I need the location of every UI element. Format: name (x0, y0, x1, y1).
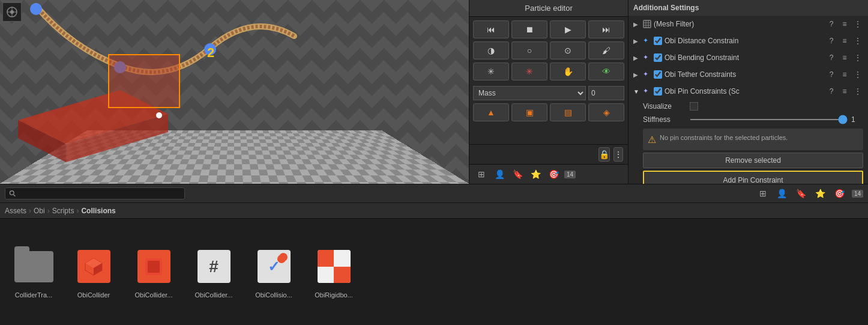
viewport[interactable]: 2 (0, 0, 469, 184)
obi-pin-arrow[interactable]: ▼ (633, 88, 640, 95)
obi-tether-arrow[interactable]: ▶ (633, 71, 640, 78)
obi-tether-settings[interactable]: ≡ (839, 69, 850, 80)
obi-bending-question[interactable]: ? (826, 52, 837, 63)
asset-label-5: ObiRigidbo... (315, 291, 353, 299)
warning-text: No pin constraints for the selected part… (660, 133, 788, 142)
mesh-filter-more[interactable]: ⋮ (852, 19, 863, 29)
mode-row: ◑ ○ ⊙ 🖌 (473, 41, 624, 59)
label-2: 2 (207, 45, 214, 61)
asset-grid: ColliderTra... ObiCollider (0, 219, 868, 325)
obi-distance-label: Obi Distance Constrain (665, 37, 824, 45)
breadcrumb-assets[interactable]: Assets (5, 207, 26, 215)
rewind-button[interactable]: ⏮ (473, 20, 509, 38)
play-button[interactable]: ▶ (550, 20, 586, 38)
orange-tool-4[interactable]: ◈ (588, 103, 624, 121)
obi-distance-settings[interactable]: ≡ (839, 35, 850, 46)
circle-button[interactable]: ○ (511, 41, 547, 59)
obi-pin-more[interactable]: ⋮ (852, 86, 863, 97)
stiffness-slider[interactable] (690, 119, 848, 120)
obi-distance-question[interactable]: ? (826, 35, 837, 46)
svg-rect-22 (148, 261, 160, 273)
particle-toolbar-btn-4[interactable]: ⭐ (528, 167, 543, 181)
hand-button[interactable]: ✋ (550, 62, 586, 80)
orange-tool-1[interactable]: ▲ (473, 103, 509, 121)
obi-distance-icon: ✦ (643, 37, 651, 45)
asset-item-1[interactable]: ObiCollider (70, 246, 118, 299)
obi-pin-row[interactable]: ▼ ✦ Obi Pin Constraints (Sc ? ≡ ⋮ (628, 83, 868, 100)
breadcrumb-collisions[interactable]: Collisions (81, 207, 115, 215)
stop-button[interactable]: ⏹ (511, 20, 547, 38)
obi-tether-row[interactable]: ▶ ✦ Obi Tether Constraints ? ≡ ⋮ (628, 66, 868, 83)
mesh-filter-settings[interactable]: ≡ (839, 19, 850, 29)
particle-toolbar-btn-2[interactable]: 👤 (492, 167, 507, 181)
obi-pin-question[interactable]: ? (826, 86, 837, 97)
square-icon (137, 250, 170, 283)
more-button[interactable]: ⋮ (613, 147, 623, 162)
half-circle-button[interactable]: ◑ (473, 41, 509, 59)
lock-button[interactable]: 🔒 (598, 147, 610, 162)
mass-input[interactable] (588, 86, 624, 100)
fast-forward-button[interactable]: ⏭ (588, 20, 624, 38)
asset-item-2[interactable]: ObiCollider... (130, 246, 178, 299)
mass-select[interactable]: Mass (473, 86, 586, 100)
split-q3 (318, 267, 334, 284)
bottom-toolbar-icon-4[interactable]: ⭐ (813, 186, 828, 201)
asset-item-5[interactable]: ObiRigidbo... (310, 246, 358, 299)
obi-bending-settings[interactable]: ≡ (839, 52, 850, 63)
particle-toolbar-btn-1[interactable]: ⊞ (474, 167, 489, 181)
obi-distance-checkbox[interactable] (654, 37, 662, 45)
obi-tether-checkbox[interactable] (654, 70, 662, 79)
svg-line-17 (14, 195, 16, 196)
visualize-color[interactable] (690, 102, 698, 111)
obi-distance-row[interactable]: ▶ ✦ Obi Distance Constrain ? ≡ ⋮ (628, 32, 868, 49)
asset-item-0[interactable]: ColliderTra... (10, 246, 58, 299)
obi-tether-question[interactable]: ? (826, 69, 837, 80)
bottom-toolbar-icon-2[interactable]: 👤 (775, 186, 789, 201)
obi-distance-more[interactable]: ⋮ (852, 35, 863, 46)
bottom-toolbar-icon-3[interactable]: 🔖 (794, 186, 809, 201)
asset-item-3[interactable]: # ObiCollider... (190, 246, 238, 299)
remove-selected-button[interactable]: Remove selected (643, 153, 863, 168)
particle-toolbar-btn-5[interactable]: 🎯 (546, 167, 561, 181)
mesh-filter-arrow[interactable]: ▶ (633, 21, 640, 28)
obi-distance-arrow[interactable]: ▶ (633, 38, 640, 44)
obi-tether-more[interactable]: ⋮ (852, 69, 863, 80)
bottom-toolbar-icon-1[interactable]: ⊞ (756, 186, 770, 201)
orange-tool-2[interactable]: ▣ (511, 103, 547, 121)
search-input[interactable] (18, 189, 181, 198)
bottom-toolbar-icon-5[interactable]: 🎯 (833, 186, 847, 201)
asset-label-4: ObiCollisio... (255, 291, 292, 299)
pin-button[interactable]: ✳ (511, 62, 547, 80)
pin-constraints-expanded: Visualize Stiffness 1 ⚠ No pin constrain… (628, 100, 868, 184)
asset-item-4[interactable]: ✓ ObiCollisio... (250, 246, 298, 299)
obi-bending-checkbox[interactable] (654, 53, 662, 62)
eye-button[interactable]: 👁 (588, 62, 624, 80)
orange-tool-3[interactable]: ▤ (550, 103, 586, 121)
mesh-filter-row[interactable]: ▶ (Mesh Filter) ? ≡ ⋮ (628, 16, 868, 32)
tool-row: ✳ ✳ ✋ 👁 (473, 62, 624, 80)
check-icon: ✓ (258, 250, 291, 283)
obi-distance-actions: ? ≡ ⋮ (826, 35, 863, 46)
breadcrumb-obi[interactable]: Obi (34, 207, 45, 215)
snowflake-button[interactable]: ✳ (473, 62, 509, 80)
inspector-panel: Additional Settings ▶ (Mesh Filter) ? ≡ … (628, 0, 868, 184)
brush-button[interactable]: 🖌 (588, 41, 624, 59)
target-button[interactable]: ⊙ (550, 41, 586, 59)
obi-bending-row[interactable]: ▶ ✦ Obi Bending Constraint ? ≡ ⋮ (628, 49, 868, 66)
obi-bending-more[interactable]: ⋮ (852, 52, 863, 63)
mesh-filter-icon (643, 20, 651, 28)
obi-bending-arrow[interactable]: ▶ (633, 55, 640, 61)
viewport-gizmo[interactable] (2, 2, 22, 22)
mesh-filter-question[interactable]: ? (826, 19, 837, 29)
obi-pin-settings[interactable]: ≡ (839, 86, 850, 97)
breadcrumb-scripts[interactable]: Scripts (52, 207, 74, 215)
obi-pin-checkbox[interactable] (654, 87, 662, 96)
obi-tether-actions: ? ≡ ⋮ (826, 69, 863, 80)
visualize-label: Visualize (643, 102, 685, 111)
playback-row: ⏮ ⏹ ▶ ⏭ (473, 20, 624, 38)
asset-icon-4: ✓ (253, 246, 295, 288)
mesh-filter-actions: ? ≡ ⋮ (826, 19, 863, 29)
particle-toolbar-btn-3[interactable]: 🔖 (510, 167, 525, 181)
add-pin-constraint-button[interactable]: Add Pin Constraint (643, 171, 863, 184)
obi-pin-icon: ✦ (643, 87, 651, 96)
